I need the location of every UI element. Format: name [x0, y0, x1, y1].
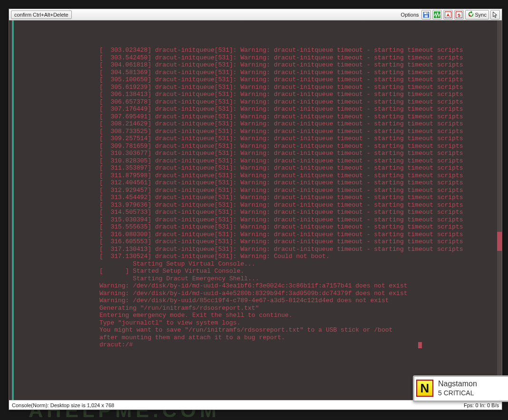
terminal-line: [ 315.030394] dracut-initqueue[531]: War…: [14, 216, 497, 224]
terminal-line: [ 308.733525] dracut-initqueue[531]: War…: [14, 128, 497, 135]
options-label[interactable]: Options: [401, 12, 419, 18]
terminal-line: Entering emergency mode. Exit the shell …: [14, 312, 497, 319]
terminal-line: [ 311.879598] dracut-initqueue[531]: War…: [14, 172, 497, 180]
cursor-button[interactable]: [490, 10, 500, 19]
nagstamon-popup[interactable]: N Nagstamon 5 CRITICAL: [413, 375, 508, 402]
terminal-line: You might want to save "/run/initramfs/r…: [14, 326, 497, 334]
terminal-line: [ 311.353897] dracut-initqueue[531]: War…: [14, 164, 497, 172]
terminal-line: Generating "/run/initramfs/rdsosreport.t…: [14, 305, 497, 312]
nagstamon-critical-count: 5 CRITICAL: [438, 389, 477, 397]
terminal-line: Warning: /dev/disk/by-id/md-uuid-43ea1bf…: [14, 282, 497, 290]
statusbar-left: Console(Norm): Desktop size is 1,024 x 7…: [12, 402, 114, 408]
terminal-line: Type "journalctl" to view system logs.: [14, 319, 497, 327]
terminal-scrollbar[interactable]: [497, 20, 502, 400]
save-icon: [423, 11, 430, 18]
kvm-console-window: confirm Ctrl+Alt+Delete Options A S: [9, 9, 502, 410]
activity-button[interactable]: [432, 10, 442, 19]
terminal-line: [ 316.605553] dracut-initqueue[531]: War…: [14, 238, 497, 246]
nagstamon-title: Nagstamon: [438, 380, 477, 388]
terminal-line: [ 310.828305] dracut-initqueue[531]: War…: [14, 157, 497, 165]
terminal-line: [ 304.061818] dracut-initqueue[531]: War…: [14, 61, 497, 69]
terminal-line: [ 306.657378] dracut-initqueue[531]: War…: [14, 98, 497, 106]
terminal-line: [ 317.130524] dracut-initqueue[531]: War…: [14, 253, 497, 260]
terminal-line: [ 310.303677] dracut-initqueue[531]: War…: [14, 150, 497, 157]
svg-rect-1: [424, 12, 428, 14]
svg-point-9: [469, 14, 470, 16]
svg-rect-2: [424, 15, 428, 17]
sync-button[interactable]: Sync: [465, 10, 489, 19]
svg-text:A: A: [446, 12, 449, 17]
terminal-line: [ 309.781659] dracut-initqueue[531]: War…: [14, 143, 497, 150]
terminal-line: [ 303.542450] dracut-initqueue[531]: War…: [14, 54, 497, 62]
terminal-line: [ 307.176449] dracut-initqueue[531]: War…: [14, 105, 497, 113]
terminal-line: [ 304.581369] dracut-initqueue[531]: War…: [14, 69, 497, 76]
nagstamon-icon: N: [416, 380, 433, 397]
terminal-line: Starting Setup Virtual Console...: [14, 260, 497, 268]
terminal-line: [ 312.929457] dracut-initqueue[531]: War…: [14, 187, 497, 194]
toolbar: confirm Ctrl+Alt+Delete Options A S: [9, 9, 502, 20]
statusbar-right: Fps: 0 In: 0 B/s: [464, 402, 499, 408]
terminal-line: [ 313.979636] dracut-initqueue[531]: War…: [14, 201, 497, 209]
terminal-line: Warning: /dev/disk/by-id/md-uuid-a4e5280…: [14, 290, 497, 297]
save-button[interactable]: [421, 10, 431, 19]
mark-a-icon: A: [445, 11, 451, 18]
terminal-content: [ 303.023428] dracut-initqueue[531]: War…: [9, 20, 502, 400]
terminal-viewport[interactable]: [ 303.023428] dracut-initqueue[531]: War…: [9, 20, 502, 400]
terminal-scrollbar-thumb[interactable]: [497, 232, 502, 251]
terminal-line: [ 306.138413] dracut-initqueue[531]: War…: [14, 91, 497, 98]
terminal-line: Starting Dracut Emergency Shell...: [14, 275, 497, 283]
refresh-icon: [468, 11, 474, 19]
confirm-cad-button[interactable]: confirm Ctrl+Alt+Delete: [11, 10, 72, 19]
terminal-line: [ 309.257514] dracut-initqueue[531]: War…: [14, 135, 497, 143]
terminal-line: [ 317.130413] dracut-initqueue[531]: War…: [14, 246, 497, 253]
terminal-line: [ 305.100650] dracut-initqueue[531]: War…: [14, 76, 497, 84]
mark-s-button[interactable]: S: [454, 10, 464, 19]
terminal-line: after mounting them and attach it to a b…: [14, 334, 497, 342]
svg-text:S: S: [457, 12, 460, 17]
terminal-line: [ 312.404561] dracut-initqueue[531]: War…: [14, 179, 497, 187]
terminal-line: [ 303.023428] dracut-initqueue[531]: War…: [14, 47, 497, 54]
terminal-line: [ 315.555635] dracut-initqueue[531]: War…: [14, 223, 497, 231]
svg-rect-3: [426, 12, 427, 14]
activity-icon: [434, 11, 440, 18]
terminal-line: [ 307.695491] dracut-initqueue[531]: War…: [14, 113, 497, 121]
mark-s-icon: S: [456, 11, 462, 18]
terminal-line: [ 308.214629] dracut-initqueue[531]: War…: [14, 120, 497, 128]
terminal-line: [ 313.454492] dracut-initqueue[531]: War…: [14, 194, 497, 201]
terminal-line: Warning: /dev/disk/by-uuid/85cc19f4-c789…: [14, 297, 497, 305]
terminal-cursor: [418, 342, 422, 348]
terminal-line: [ 305.619239] dracut-initqueue[531]: War…: [14, 84, 497, 91]
terminal-line: [ ] Started Setup Virtual Console.: [14, 267, 497, 275]
cursor-icon: [492, 11, 498, 18]
sync-label: Sync: [475, 12, 487, 18]
terminal-line: [ 314.505733] dracut-initqueue[531]: War…: [14, 209, 497, 216]
mark-a-button[interactable]: A: [443, 10, 453, 19]
terminal-line: dracut:/#: [14, 341, 497, 349]
terminal-line: [ 316.080300] dracut-initqueue[531]: War…: [14, 231, 497, 239]
